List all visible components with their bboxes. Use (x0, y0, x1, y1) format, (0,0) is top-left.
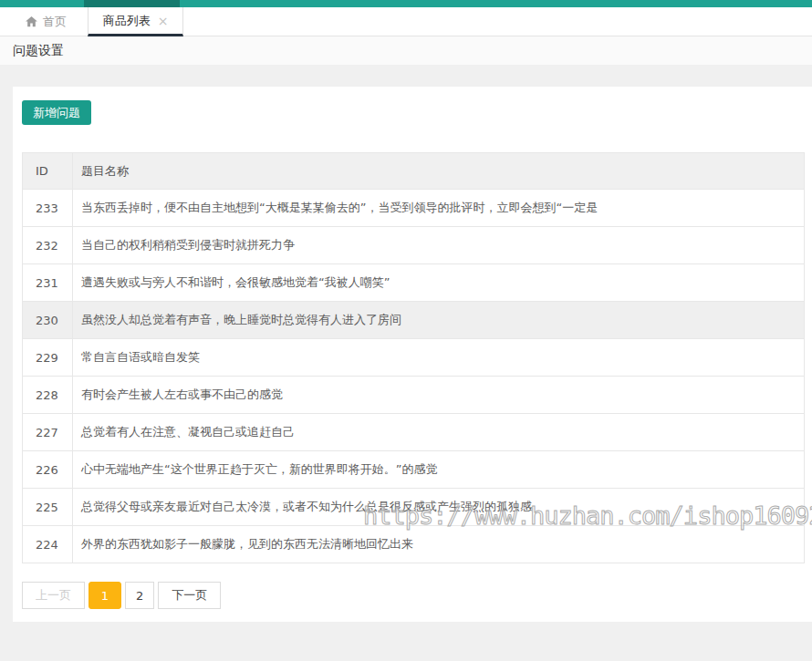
tab-product-list[interactable]: 商品列表 × (88, 7, 183, 36)
table-row[interactable]: 232当自己的权利稍稍受到侵害时就拼死力争 (23, 227, 805, 264)
tab-home[interactable]: 首页 (26, 7, 67, 36)
table-row[interactable]: 233当东西丢掉时，便不由自主地想到“大概是某某偷去的”，当受到领导的批评时，立… (23, 190, 805, 227)
add-question-button[interactable]: 新增问题 (22, 100, 91, 125)
row-id-cell: 229 (23, 339, 73, 377)
page-header: 问题设置 (0, 36, 812, 65)
row-title-cell: 虽然没人却总觉着有声音，晚上睡觉时总觉得有人进入了房间 (73, 302, 805, 339)
row-title-cell: 外界的东西犹如影子一般朦胧，见到的东西无法清晰地回忆出来 (73, 526, 805, 563)
table-row[interactable]: 225总觉得父母或亲友最近对自己太冷漠，或者不知为什么总是很反感或产生强烈的孤独… (23, 489, 805, 526)
tab-product-list-label: 商品列表 (103, 13, 151, 29)
close-icon[interactable]: × (158, 15, 169, 27)
row-id-cell: 227 (23, 414, 73, 451)
row-id-cell: 230 (23, 302, 73, 339)
prev-page-button[interactable]: 上一页 (22, 582, 85, 609)
table-header-row: ID 题目名称 (23, 153, 805, 190)
tab-home-label: 首页 (43, 14, 67, 30)
next-page-button[interactable]: 下一页 (158, 582, 221, 609)
table-row[interactable]: 226心中无端地产生“这个世界正趋于灭亡，新的世界即将开始。”的感觉 (23, 451, 805, 489)
table-row[interactable]: 230虽然没人却总觉着有声音，晚上睡觉时总觉得有人进入了房间 (23, 302, 805, 339)
tab-bar: 首页 商品列表 × (0, 7, 812, 36)
row-title-cell: 常自言自语或暗自发笑 (73, 339, 805, 377)
row-id-cell: 224 (23, 526, 73, 563)
row-id-cell: 226 (23, 451, 73, 489)
row-title-cell: 心中无端地产生“这个世界正趋于灭亡，新的世界即将开始。”的感觉 (73, 451, 805, 489)
row-title-cell: 总觉得父母或亲友最近对自己太冷漠，或者不知为什么总是很反感或产生强烈的孤独感 (73, 489, 805, 526)
page-button-2[interactable]: 2 (125, 582, 154, 609)
row-id-cell: 225 (23, 489, 73, 526)
table-row[interactable]: 231遭遇失败或与旁人不和谐时，会很敏感地觉着“我被人嘲笑” (23, 264, 805, 302)
page-title: 问题设置 (13, 43, 64, 59)
row-title-cell: 总觉着有人在注意、凝视自己或追赶自己 (73, 414, 805, 451)
table-row[interactable]: 224外界的东西犹如影子一般朦胧，见到的东西无法清晰地回忆出来 (23, 526, 805, 563)
header-content-gap (0, 65, 812, 87)
content-card: 新增问题 ID 题目名称 233当东西丢掉时，便不由自主地想到“大概是某某偷去的… (13, 87, 812, 622)
column-header-id: ID (23, 153, 73, 190)
row-id-cell: 231 (23, 264, 73, 302)
row-id-cell: 228 (23, 377, 73, 414)
row-title-cell: 有时会产生被人左右或事不由己的感觉 (73, 377, 805, 414)
row-title-cell: 当东西丢掉时，便不由自主地想到“大概是某某偷去的”，当受到领导的批评时，立即会想… (73, 190, 805, 227)
row-title-cell: 当自己的权利稍稍受到侵害时就拼死力争 (73, 227, 805, 264)
home-icon (26, 16, 37, 27)
row-title-cell: 遭遇失败或与旁人不和谐时，会很敏感地觉着“我被人嘲笑” (73, 264, 805, 302)
table-row[interactable]: 227总觉着有人在注意、凝视自己或追赶自己 (23, 414, 805, 451)
page-button-1[interactable]: 1 (88, 582, 121, 609)
table-row[interactable]: 228有时会产生被人左右或事不由己的感觉 (23, 377, 805, 414)
column-header-title: 题目名称 (73, 153, 805, 190)
row-id-cell: 232 (23, 227, 73, 264)
top-teal-bar (0, 0, 812, 7)
pagination: 上一页 1 2 下一页 (22, 582, 812, 609)
table-row[interactable]: 229常自言自语或暗自发笑 (23, 339, 805, 377)
active-tab-top-indicator (84, 0, 180, 7)
app-screen: 首页 商品列表 × 问题设置 新增问题 ID 题目名称 233当东西丢掉时，便不… (0, 0, 812, 661)
questions-table: ID 题目名称 233当东西丢掉时，便不由自主地想到“大概是某某偷去的”，当受到… (22, 152, 805, 563)
row-id-cell: 233 (23, 190, 73, 227)
